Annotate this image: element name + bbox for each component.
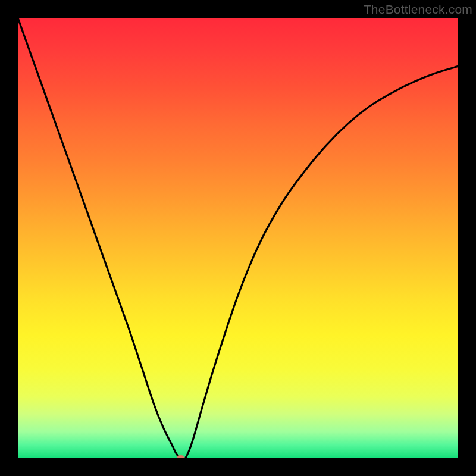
watermark-text: TheBottleneck.com (364, 2, 472, 17)
chart-frame: TheBottleneck.com (0, 0, 476, 476)
plot-background (18, 18, 458, 458)
